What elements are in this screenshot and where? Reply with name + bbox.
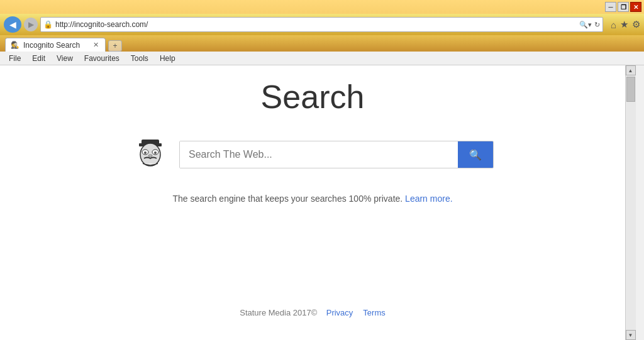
scrollbar: ▲ ▼ [625, 65, 635, 340]
browser-content: Search [0, 65, 625, 340]
tab-bar: 🕵 Incognito Search ✕ + [0, 35, 644, 52]
title-bar: ─ ❐ ✕ [0, 0, 644, 14]
copyright: Stature Media 2017© [240, 308, 317, 317]
refresh-button[interactable]: ↻ [594, 21, 600, 29]
search-icon: 🔍 [469, 149, 482, 161]
settings-button[interactable]: ⚙ [632, 19, 640, 30]
nav-bar: ◀ ▶ 🔒 🔍▾ ↻ ⌂ ★ ⚙ [0, 14, 644, 35]
scrollbar-thumb[interactable] [626, 77, 635, 102]
active-tab[interactable]: 🕵 Incognito Search ✕ [5, 38, 106, 52]
menu-bar: File Edit View Favourites Tools Help [0, 52, 644, 65]
scroll-down-button[interactable]: ▼ [626, 330, 636, 340]
page-title: Search [261, 78, 365, 116]
menu-favourites[interactable]: Favourites [79, 53, 125, 63]
back-button[interactable]: ◀ [4, 16, 21, 33]
footer-links: Privacy Terms [326, 308, 386, 317]
scrollbar-track[interactable] [626, 75, 636, 330]
tab-label: Incognito Search [23, 41, 87, 50]
tagline-text: The search engine that keeps your search… [172, 194, 402, 204]
favorites-button[interactable]: ★ [620, 19, 628, 30]
privacy-link[interactable]: Privacy [326, 308, 353, 317]
incognito-logo [131, 134, 169, 175]
menu-edit[interactable]: Edit [27, 53, 50, 63]
menu-file[interactable]: File [4, 53, 26, 63]
restore-button[interactable]: ❐ [618, 2, 629, 12]
terms-link[interactable]: Terms [363, 308, 385, 317]
new-tab-button[interactable]: + [108, 40, 122, 52]
svg-point-7 [148, 155, 152, 157]
nav-toolbar: ⌂ ★ ⚙ [611, 19, 640, 30]
address-bar: 🔒 🔍▾ ↻ [40, 17, 603, 32]
scroll-up-button[interactable]: ▲ [626, 65, 636, 75]
learn-more-link[interactable]: Learn more. [405, 194, 452, 204]
svg-point-5 [144, 151, 147, 154]
menu-view[interactable]: View [52, 53, 78, 63]
close-button[interactable]: ✕ [630, 2, 641, 12]
forward-icon: ▶ [28, 20, 34, 29]
menu-tools[interactable]: Tools [126, 53, 153, 63]
address-search-button[interactable]: 🔍▾ [579, 21, 592, 29]
forward-button[interactable]: ▶ [24, 18, 38, 31]
minimize-button[interactable]: ─ [605, 2, 616, 12]
search-button[interactable]: 🔍 [458, 141, 493, 168]
menu-help[interactable]: Help [155, 53, 180, 63]
tab-favicon: 🕵 [11, 41, 19, 49]
back-icon: ◀ [9, 19, 16, 30]
svg-point-6 [154, 151, 157, 154]
search-input[interactable] [180, 141, 458, 168]
content-wrapper: Search [0, 65, 644, 340]
search-box-container: 🔍 [179, 141, 494, 168]
tagline: The search engine that keeps your search… [172, 194, 452, 204]
search-row: 🔍 [131, 134, 494, 175]
page-content: Search [0, 65, 625, 340]
page-footer: Stature Media 2017© Privacy Terms [13, 298, 613, 327]
home-button[interactable]: ⌂ [611, 19, 616, 30]
address-icon: 🔒 [43, 20, 53, 29]
address-input[interactable] [55, 20, 577, 29]
tab-close-button[interactable]: ✕ [91, 41, 100, 50]
window-controls: ─ ❐ ✕ [605, 2, 641, 12]
